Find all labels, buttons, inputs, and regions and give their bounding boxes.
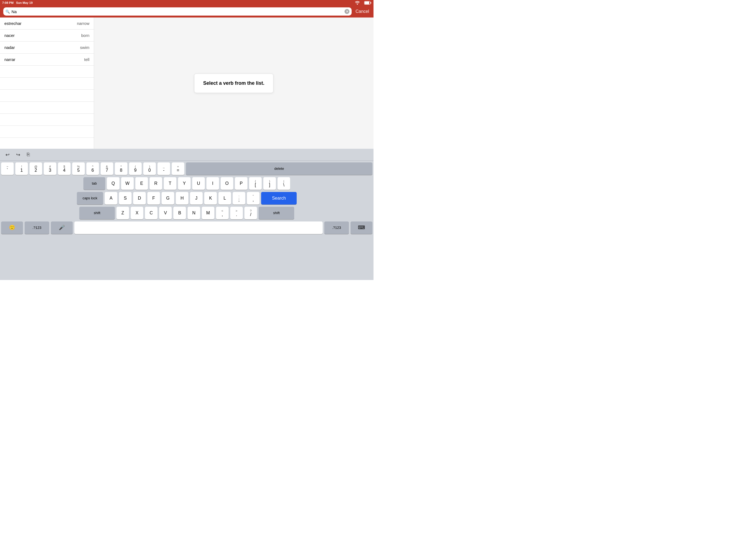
num-left-key[interactable]: .?123 xyxy=(25,222,49,234)
key-k[interactable]: K xyxy=(204,192,217,205)
word-spanish: narrar xyxy=(4,57,15,62)
key-s[interactable]: S xyxy=(119,192,131,205)
key-h[interactable]: H xyxy=(176,192,188,205)
key-exclaim-1[interactable]: !1 xyxy=(15,162,28,175)
tab-key[interactable]: tab xyxy=(83,177,105,190)
key-e[interactable]: E xyxy=(135,177,148,190)
key-q[interactable]: Q xyxy=(107,177,120,190)
key-t[interactable]: T xyxy=(164,177,176,190)
mic-key[interactable]: 🎤 xyxy=(51,222,73,234)
key-g[interactable]: G xyxy=(162,192,174,205)
key-row-1: ~` !1 @2 #3 $4 %5 ^6 &7 *8 (9 )0 _- += d… xyxy=(1,162,372,175)
key-r[interactable]: R xyxy=(150,177,162,190)
delete-key[interactable]: delete xyxy=(186,162,372,175)
key-j[interactable]: J xyxy=(190,192,203,205)
keyboard-rows: ~` !1 @2 #3 $4 %5 ^6 &7 *8 (9 )0 _- += d… xyxy=(0,161,374,235)
select-verb-prompt: Select a verb from the list. xyxy=(203,80,264,86)
key-equals[interactable]: += xyxy=(172,162,184,175)
undo-button[interactable]: ↩ xyxy=(4,151,11,159)
key-percent-5[interactable]: %5 xyxy=(72,162,85,175)
key-n[interactable]: N xyxy=(187,207,200,219)
key-z[interactable]: Z xyxy=(117,207,129,219)
key-pipe[interactable]: |\ xyxy=(278,177,290,190)
shift-right-key[interactable]: shift xyxy=(259,207,294,219)
word-list-empty-row xyxy=(0,138,94,149)
key-x[interactable]: X xyxy=(131,207,143,219)
status-bar: 7:08 PM Sun May 19 xyxy=(0,0,374,5)
key-p[interactable]: P xyxy=(235,177,248,190)
word-list-item[interactable]: nadarswim xyxy=(0,42,94,54)
word-list-empty-row xyxy=(0,90,94,102)
key-row-5: 🙂 .?123 🎤 .?123 ⌨ xyxy=(1,222,372,234)
key-lt-comma[interactable]: <, xyxy=(216,207,229,219)
key-l[interactable]: L xyxy=(218,192,231,205)
main-content-panel: Select a verb from the list. xyxy=(94,18,374,149)
key-a[interactable]: A xyxy=(105,192,117,205)
word-english: swim xyxy=(80,45,89,50)
space-key[interactable] xyxy=(74,222,323,234)
search-input[interactable] xyxy=(11,9,343,14)
key-rbrace[interactable]: }] xyxy=(263,177,276,190)
emoji-key[interactable]: 🙂 xyxy=(1,222,23,234)
num-right-key[interactable]: .?123 xyxy=(324,222,349,234)
key-colon[interactable]: :; xyxy=(233,192,245,205)
key-minus[interactable]: _- xyxy=(157,162,170,175)
word-list-panel: estrecharnarrownacerbornnadarswimnarrart… xyxy=(0,18,94,149)
status-date: Sun May 19 xyxy=(16,1,33,4)
key-c[interactable]: C xyxy=(145,207,157,219)
word-list-empty-row xyxy=(0,126,94,138)
key-row-4: shift Z X C V B N M <, >. ?/ shift xyxy=(1,207,372,219)
search-key[interactable]: Search xyxy=(261,192,297,205)
key-u[interactable]: U xyxy=(192,177,205,190)
paste-button[interactable]: ⎘ xyxy=(25,151,31,159)
word-list-item[interactable]: estrecharnarrow xyxy=(0,18,94,29)
key-hash-3[interactable]: #3 xyxy=(44,162,56,175)
keyboard-hide-key[interactable]: ⌨ xyxy=(351,222,372,234)
key-question[interactable]: ?/ xyxy=(244,207,257,219)
key-o[interactable]: O xyxy=(221,177,233,190)
word-list-empty-row xyxy=(0,78,94,90)
cancel-button[interactable]: Cancel xyxy=(354,9,370,14)
battery-icon xyxy=(364,1,371,5)
keyboard-toolbar: ↩ ↪ ⎘ xyxy=(0,149,374,161)
word-list-item[interactable]: narrartell xyxy=(0,54,94,66)
key-at-2[interactable]: @2 xyxy=(29,162,42,175)
key-caret-6[interactable]: ^6 xyxy=(86,162,99,175)
redo-button[interactable]: ↪ xyxy=(15,151,22,159)
search-input-container: 🔍 ✕ xyxy=(3,7,352,16)
key-b[interactable]: B xyxy=(173,207,186,219)
status-icons xyxy=(355,1,371,5)
key-dollar-4[interactable]: $4 xyxy=(58,162,71,175)
word-list-empty-row xyxy=(0,66,94,78)
key-m[interactable]: M xyxy=(202,207,214,219)
key-quote[interactable]: ", xyxy=(247,192,259,205)
key-w[interactable]: W xyxy=(121,177,134,190)
key-tilde-backtick[interactable]: ~` xyxy=(1,162,14,175)
key-lbrace[interactable]: {[ xyxy=(249,177,262,190)
search-header: 🔍 ✕ Cancel xyxy=(0,5,374,18)
status-time-date: 7:08 PM Sun May 19 xyxy=(2,1,32,4)
key-rparen-0[interactable]: )0 xyxy=(143,162,156,175)
key-gt-period[interactable]: >. xyxy=(230,207,243,219)
key-row-3: caps lock A S D F G H J K L :; ", Search xyxy=(1,192,372,205)
svg-rect-2 xyxy=(365,1,369,4)
caps-lock-key[interactable]: caps lock xyxy=(77,192,103,205)
key-lparen-9[interactable]: (9 xyxy=(129,162,141,175)
key-i[interactable]: I xyxy=(206,177,219,190)
word-english: narrow xyxy=(77,21,89,26)
word-spanish: nacer xyxy=(4,33,15,38)
svg-point-0 xyxy=(357,4,358,5)
key-ampersand-7[interactable]: &7 xyxy=(101,162,113,175)
word-list-empty-row xyxy=(0,102,94,114)
select-verb-box: Select a verb from the list. xyxy=(194,74,274,93)
key-asterisk-8[interactable]: *8 xyxy=(115,162,127,175)
svg-rect-3 xyxy=(370,2,371,4)
word-list-item[interactable]: nacerborn xyxy=(0,29,94,42)
shift-left-key[interactable]: shift xyxy=(79,207,115,219)
word-list-empty-row xyxy=(0,114,94,126)
clear-search-button[interactable]: ✕ xyxy=(344,9,350,14)
key-d[interactable]: D xyxy=(133,192,146,205)
key-y[interactable]: Y xyxy=(178,177,190,190)
key-f[interactable]: F xyxy=(147,192,160,205)
key-v[interactable]: V xyxy=(159,207,172,219)
